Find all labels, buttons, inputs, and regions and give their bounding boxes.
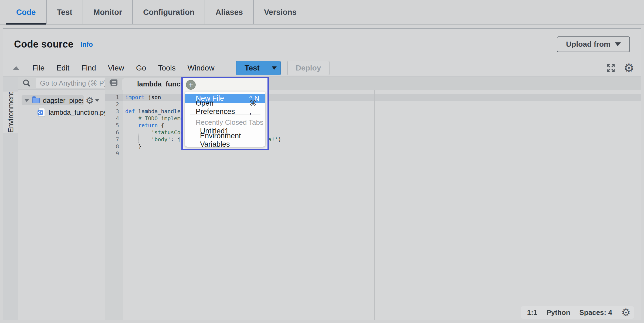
- aws-tab-configuration[interactable]: Configuration: [132, 0, 205, 25]
- editor-status-bar: 1:1 Python Spaces: 4 ⚙: [521, 306, 634, 319]
- aws-tab-monitor[interactable]: Monitor: [83, 0, 132, 25]
- code-line: [125, 150, 641, 157]
- python-file-icon: [37, 108, 45, 117]
- go-to-anything-input[interactable]: [36, 78, 114, 88]
- language-mode-status[interactable]: Python: [546, 308, 570, 317]
- add-tab-button[interactable]: +: [186, 80, 196, 90]
- file-explorer-panel: dagster_pipes_funct ⚙ lam: [18, 77, 105, 320]
- menu-item-open-preferences[interactable]: Open Preferences⌘ ,: [185, 103, 265, 112]
- info-link[interactable]: Info: [80, 41, 93, 48]
- tab-list-icon: [109, 79, 118, 87]
- disclosure-triangle-icon[interactable]: [24, 99, 29, 102]
- menu-edit[interactable]: Edit: [50, 61, 75, 75]
- editor-settings-button[interactable]: ⚙: [624, 62, 634, 74]
- folder-icon: [32, 98, 40, 103]
- shortcut-hint: ⌘ ,: [249, 99, 259, 116]
- test-dropdown-button[interactable]: [268, 61, 280, 75]
- editor-menu-bar: FileEditFindViewGoToolsWindow Test Deplo…: [3, 60, 641, 77]
- menu-find[interactable]: Find: [75, 61, 102, 75]
- menu-tools[interactable]: Tools: [152, 61, 181, 75]
- search-row: [18, 77, 105, 90]
- dropdown-menu: New File^ NOpen Preferences⌘ , Recently …: [185, 92, 265, 147]
- chevron-down-icon: [95, 99, 99, 102]
- environment-tab-label: Environment: [7, 92, 15, 133]
- left-rail: Environment: [3, 77, 18, 320]
- page-title: Code source: [14, 39, 73, 50]
- new-tab-dropdown: + New File^ NOpen Preferences⌘ , Recentl…: [181, 77, 269, 150]
- test-button[interactable]: Test: [236, 61, 268, 75]
- code-source-panel: Code source Info Upload from FileEditFin…: [3, 28, 641, 320]
- fullscreen-button[interactable]: [606, 63, 616, 73]
- fullscreen-icon: [606, 63, 616, 73]
- tree-item-folder[interactable]: dagster_pipes_funct ⚙: [18, 96, 105, 105]
- lambda-console-page: CodeTestMonitorConfigurationAliasesVersi…: [0, 0, 644, 323]
- file-tree: dagster_pipes_funct ⚙ lam: [18, 90, 105, 320]
- deploy-button[interactable]: Deploy: [287, 61, 330, 75]
- aws-tab-code[interactable]: Code: [6, 0, 46, 25]
- tree-item-file[interactable]: lambda_function.py: [18, 108, 105, 117]
- menu-items: FileEditFindViewGoToolsWindow: [26, 61, 220, 75]
- upload-from-button[interactable]: Upload from: [557, 36, 630, 52]
- chevron-down-icon: [615, 42, 621, 46]
- menu-file[interactable]: File: [26, 61, 50, 75]
- spaces-status[interactable]: Spaces: 4: [579, 308, 612, 317]
- text-cursor: [125, 94, 125, 101]
- gear-icon: ⚙: [86, 96, 94, 105]
- recent-tab-environment-variables[interactable]: Environment Variables: [185, 136, 265, 145]
- recently-closed-tabs-header: Recently Closed Tabs: [185, 118, 265, 126]
- status-settings-button[interactable]: ⚙: [621, 307, 631, 318]
- cursor-position-status[interactable]: 1:1: [527, 308, 537, 317]
- dropdown-items: New File^ NOpen Preferences⌘ ,: [185, 94, 265, 112]
- aws-console-tab-bar: CodeTestMonitorConfigurationAliasesVersi…: [0, 0, 644, 25]
- collapse-panel-icon[interactable]: [13, 66, 19, 70]
- test-split-button: Test: [236, 61, 281, 75]
- gear-icon: ⚙: [624, 62, 634, 74]
- chevron-down-icon: [272, 66, 277, 70]
- environment-side-tab[interactable]: Environment: [3, 92, 18, 133]
- folder-settings-button[interactable]: ⚙: [86, 96, 99, 105]
- card-header: Code source Info Upload from: [3, 29, 641, 60]
- aws-tab-aliases[interactable]: Aliases: [205, 0, 253, 25]
- menu-window[interactable]: Window: [182, 61, 221, 75]
- aws-tab-versions[interactable]: Versions: [253, 0, 307, 25]
- folder-name: dagster_pipes_funct: [43, 97, 83, 105]
- search-icon: [22, 79, 31, 88]
- tab-list-button[interactable]: [109, 79, 118, 88]
- recently-closed-list: Untitled1Environment Variables: [185, 126, 265, 145]
- editor-main-area: Environment dagster_pipes_func: [3, 77, 641, 320]
- file-name: lambda_function.py: [49, 109, 105, 116]
- aws-tab-test[interactable]: Test: [46, 0, 83, 25]
- menu-go[interactable]: Go: [130, 61, 152, 75]
- menu-view[interactable]: View: [102, 61, 130, 75]
- upload-from-label: Upload from: [566, 40, 611, 49]
